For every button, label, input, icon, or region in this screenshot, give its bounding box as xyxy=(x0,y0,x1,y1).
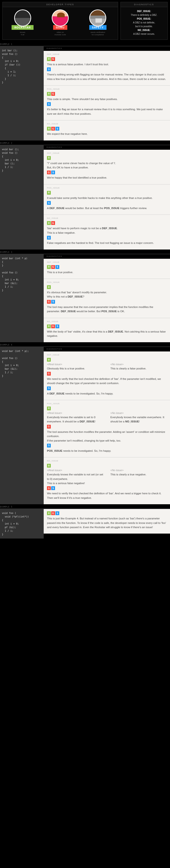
diag-header-2: DIAGNOSTICS xyxy=(44,145,170,150)
developer-types-title: DEVELOPER TYPES xyxy=(3,2,118,7)
code-4-text: void bar (int * p); void foo () { int i … xyxy=(2,350,29,377)
tag-r: R xyxy=(47,156,51,160)
ex2-no-s: False negatives are the hardest to find.… xyxy=(47,241,167,245)
tag-r: R xyxy=(47,221,51,225)
ex4-pos-s: POS_ISSUE needs to be investigated. So, … xyxy=(47,449,167,453)
tag-r: R xyxy=(47,92,51,96)
ex4-pos-type: POS_ISSUE xyxy=(47,403,167,405)
ex3-pos-type: POS_ISSUE xyxy=(47,281,167,283)
tag-r: R xyxy=(47,265,51,269)
tag-s: S xyxy=(56,324,59,328)
example-5: EXAMPLE 5void foo ( void (*pf)(int*)) { … xyxy=(0,508,170,538)
tag-r: R xyxy=(47,285,51,289)
tag-s: S xyxy=(47,201,51,205)
tag-s: S xyxy=(56,512,59,515)
code-5: EXAMPLE 5void foo ( void (*pf)(int*)) { … xyxy=(0,509,44,538)
ex1-def-type: DEF_ISSUE xyxy=(47,53,167,55)
ex4-no-gs: We need to verify the tool checked the d… xyxy=(47,491,167,500)
ex3-def-type: DEF_ISSUE xyxy=(47,261,167,263)
tag-r: R xyxy=(47,191,51,195)
tag-g: G xyxy=(47,486,51,490)
ex3-pos: POS_ISSUE R It's obvious that 'bar' does… xyxy=(44,279,170,318)
diag-header-3: DIAGNOSTICS xyxy=(44,254,170,259)
col-none: <No issue> xyxy=(110,363,167,366)
col-none: <No issue> xyxy=(110,411,167,414)
ex1-pos-rg: This code is simple. There shouldn't be … xyxy=(47,97,167,101)
ex2-no-type: NO_ISSUE xyxy=(47,217,167,219)
tag-g: G xyxy=(47,300,51,304)
code-2-text: void bar (); void foo () { int i = 0; ba… xyxy=(2,148,19,172)
ex1-no: NO_ISSUE RGS We expect the true negative… xyxy=(44,120,170,140)
ex3-pos-gs: The tool may assume that the non-const p… xyxy=(47,305,167,314)
ex4-pos-r-none: Everybody knows the variable everywhere.… xyxy=(110,415,167,424)
ex4-no-type: NO_ISSUE xyxy=(47,460,167,462)
ex3-no-type: NO_ISSUE xyxy=(47,320,167,322)
ex2-no: NO_ISSUE RG 'bar' would have to perform … xyxy=(44,215,170,249)
ex4-pos-g: The tool assumes the function modifies t… xyxy=(47,430,167,443)
example-5-label: EXAMPLE 5 xyxy=(0,506,12,508)
tag-g: G xyxy=(47,425,51,429)
pos-issue-desc: A DBZ is not definite, but it is possibl… xyxy=(133,21,155,28)
diagnostics-panel: DIAGNOSTICS DEF_ISSUE:There is definitel… xyxy=(121,2,168,40)
developer-types-panel: DEVELOPER TYPES ROCKSTAR knows it all GU… xyxy=(2,2,118,40)
tag-s: S xyxy=(56,265,59,269)
ex1-def: DEF_ISSUE RG This is a serious false pos… xyxy=(44,51,170,85)
example-3: EXAMPLE 3void bar (int * p) { } void foo… xyxy=(0,254,170,342)
ex4-def-r-none: This is clearly a false positive. xyxy=(110,366,167,371)
code-1: EXAMPLE 1int bar (); void foo () { int i… xyxy=(0,46,44,141)
example-4-label: EXAMPLE 4 xyxy=(0,344,12,346)
example-2-label: EXAMPLE 2 xyxy=(0,142,12,145)
def-issue-term: DEF_ISSUE: xyxy=(137,10,151,12)
ex3-def: DEF_ISSUE RGS This is a true positive. xyxy=(44,259,170,279)
ex2-def: DEF_ISSUE R "I" could use some clever ha… xyxy=(44,150,170,184)
diagnostics-definitions: DEF_ISSUE:There is definitely a DBZ. POS… xyxy=(121,7,167,38)
dev-rockstar: ROCKSTAR knows it all xyxy=(8,9,37,36)
tag-r: R xyxy=(47,512,51,515)
pos-issue-term: POS_ISSUE: xyxy=(137,18,151,20)
tag-r: R xyxy=(47,407,51,410)
ex2-pos-s: A DEF_ISSUE would be better. But at leas… xyxy=(47,206,167,210)
ex3-no: NO_ISSUE RGS With the body of 'bar' visi… xyxy=(44,318,170,342)
code-2: EXAMPLE 2void bar (); void foo () { int … xyxy=(0,145,44,250)
col-real: <Real issue> xyxy=(47,469,103,472)
tag-g: G xyxy=(51,92,55,96)
no-issue-term: NO_ISSUE: xyxy=(138,29,150,31)
ex1-no-all: We expect the true negative here. xyxy=(47,132,167,136)
dev-safety: SAFETY needs verification for compliance xyxy=(83,9,112,36)
ex5-text: This is just like Example 4. But instead… xyxy=(47,516,167,529)
tag-s: S xyxy=(47,102,51,106)
ex1-pos-type: POS_ISSUE xyxy=(47,88,167,90)
ex1-no-type: NO_ISSUE xyxy=(47,123,167,125)
avatar-safety xyxy=(89,9,106,27)
code-5-text: void foo ( void (*pf)(int*)) { int i = 0… xyxy=(2,512,29,536)
ex1-pos: POS_ISSUE RG This code is simple. There … xyxy=(44,85,170,120)
no-issue-desc: A DBZ never occurs. xyxy=(133,33,155,35)
tag-r: R xyxy=(47,358,51,362)
tag-s: S xyxy=(47,444,51,447)
ex4-def-r-real: Obviously this is a true positive. xyxy=(47,366,103,371)
tag-s: S xyxy=(51,300,55,304)
diagnostics-title: DIAGNOSTICS xyxy=(121,2,167,7)
ex4-no-r-real: Everybody knows the variable is not set … xyxy=(47,472,103,485)
ex3-no-all: With the body of 'bar' visible, it's cle… xyxy=(47,330,167,338)
ex4-def-g: We need to verify that the tool checked … xyxy=(47,377,167,385)
ex4-def-s: A DEF_ISSUE needs to be investigated. So… xyxy=(47,392,167,396)
tag-r: R xyxy=(47,57,51,61)
col-real: <Real issue> xyxy=(47,411,103,414)
ex2-pos: POS_ISSUE R It would take some pretty ho… xyxy=(44,184,170,215)
tag-g: G xyxy=(51,512,55,515)
sub-rockstar: knows it all xyxy=(20,31,25,36)
tag-g: G xyxy=(47,372,51,376)
code-3-text: void bar (int * p) { } void foo () { int… xyxy=(2,257,27,291)
code-4: EXAMPLE 4void bar (int * p); void foo ()… xyxy=(0,347,44,504)
col-none: <No issue> xyxy=(110,469,167,472)
avatar-guru xyxy=(52,9,69,27)
avatar-rockstar xyxy=(14,9,31,27)
ex1-def-rg: This is a serious false positive. I don'… xyxy=(47,62,167,66)
ex1-def-s: There's nothing wrong with flagging an i… xyxy=(47,72,167,81)
tag-g: G xyxy=(47,170,51,174)
ex2-pos-type: POS_ISSUE xyxy=(47,187,167,189)
ex4-def-type: DEF_ISSUE xyxy=(47,354,167,356)
example-2: EXAMPLE 2void bar (); void foo () { int … xyxy=(0,145,170,250)
ex4-no: NO_ISSUE R <Real issue>Everybody knows t… xyxy=(44,457,170,504)
